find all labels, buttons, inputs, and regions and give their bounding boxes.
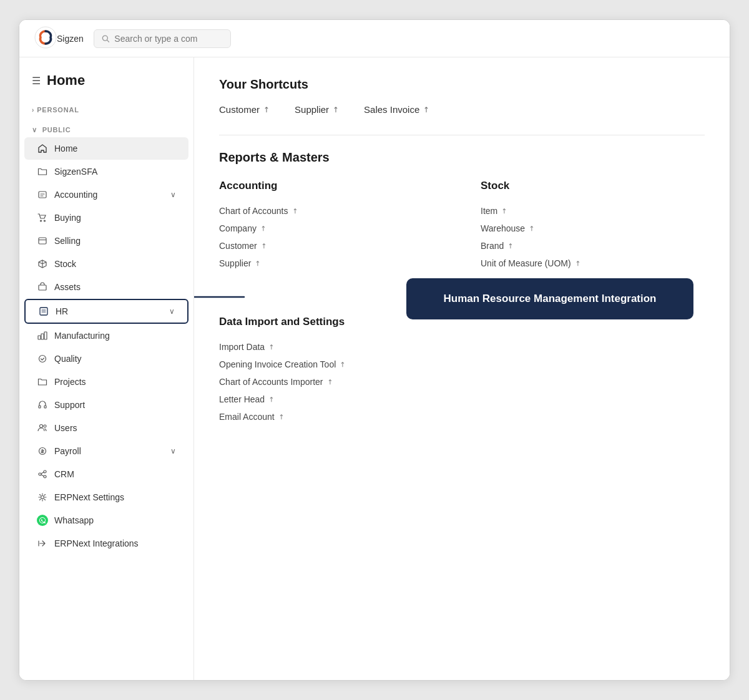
report-link-chart-of-accounts[interactable]: Chart of Accounts ↗ (219, 202, 443, 220)
data-links: Import Data ↗ Opening Invoice Creation T… (219, 338, 705, 425)
link-coa-importer[interactable]: Chart of Accounts Importer ↗ (219, 373, 705, 391)
sidebar-item-label-erpnext-integrations: ERPNext Integrations (54, 538, 176, 548)
svg-point-18 (39, 473, 41, 475)
shortcut-sales-invoice[interactable]: Sales Invoice ↗ (364, 104, 429, 115)
sidebar-item-home[interactable]: Home (24, 137, 188, 160)
sidebar-item-label-hr: HR (56, 306, 163, 316)
sidebar-item-projects[interactable]: Projects (24, 371, 188, 393)
report-link-warehouse[interactable]: Warehouse ↗ (481, 220, 705, 237)
sidebar-item-stock[interactable]: Stock (24, 253, 188, 275)
arrow-icon: ↗ (421, 104, 432, 115)
erpnext-settings-icon (37, 492, 48, 503)
sidebar-item-hr[interactable]: HR ∨ (24, 299, 188, 324)
manufacturing-icon (37, 330, 48, 341)
report-link-company[interactable]: Company ↗ (219, 220, 443, 237)
main-content: Your Shortcuts Customer ↗ Supplier ↗ Sal… (194, 57, 730, 680)
navbar: Sigzen (19, 20, 730, 57)
body-area: ☰ Home › PERSONAL ∨ PUBLIC Home (19, 57, 730, 680)
svg-point-5 (44, 220, 46, 221)
sidebar-item-label-erpnext-settings: ERPNext Settings (54, 492, 176, 502)
svg-rect-11 (44, 332, 47, 339)
accounting-icon (37, 189, 48, 200)
link-import-data[interactable]: Import Data ↗ (219, 338, 705, 356)
hr-tooltip-box: Human Resource Management Integration (406, 278, 693, 319)
shortcuts-section: Your Shortcuts Customer ↗ Supplier ↗ Sal… (219, 77, 705, 115)
hamburger-icon[interactable]: ☰ (32, 75, 41, 87)
sidebar-item-buying[interactable]: Buying (24, 207, 188, 229)
shortcut-customer[interactable]: Customer ↗ (219, 104, 270, 115)
hr-tooltip-wrapper: HR ∨ (19, 299, 193, 324)
report-link-brand[interactable]: Brand ↗ (481, 237, 705, 255)
arrow-icon: ↗ (276, 412, 286, 422)
sidebar-item-erpnext-settings[interactable]: ERPNext Settings (24, 486, 188, 508)
arrow-icon: ↗ (267, 394, 277, 404)
svg-rect-3 (39, 192, 46, 198)
sidebar-item-sigzensfa[interactable]: SigzenSFA (24, 160, 188, 183)
svg-point-16 (44, 425, 46, 427)
svg-point-12 (39, 356, 46, 362)
sidebar-item-label-sigzensfa: SigzenSFA (54, 167, 176, 177)
quality-icon (37, 353, 48, 364)
section-divider (219, 135, 705, 135)
sidebar-item-label-support: Support (54, 400, 176, 410)
sidebar-item-support[interactable]: Support (24, 394, 188, 416)
sidebar-item-crm[interactable]: CRM (24, 463, 188, 485)
arrow-icon: ↗ (499, 206, 509, 216)
sidebar-item-label-selling: Selling (54, 236, 176, 246)
svg-rect-10 (41, 334, 44, 339)
sidebar-item-selling[interactable]: Selling (24, 230, 188, 252)
shortcuts-row: Customer ↗ Supplier ↗ Sales Invoice ↗ (219, 104, 705, 115)
support-icon (37, 399, 48, 411)
sidebar-item-label-assets: Assets (54, 282, 176, 292)
home-icon (37, 143, 48, 154)
chevron-down-icon: ∨ (170, 190, 176, 199)
search-input[interactable] (114, 34, 222, 44)
sidebar-item-label-accounting: Accounting (54, 190, 164, 200)
sidebar-page-title: Home (47, 72, 85, 89)
sidebar-item-payroll[interactable]: Payroll ∨ (24, 440, 188, 462)
svg-point-19 (44, 470, 46, 473)
payroll-icon (37, 445, 48, 457)
report-link-supplier[interactable]: Supplier ↗ (219, 255, 443, 272)
arrow-icon: ↗ (262, 104, 272, 115)
link-opening-invoice[interactable]: Opening Invoice Creation Tool ↗ (219, 356, 705, 373)
reports-section: Reports & Masters Accounting Chart of Ac… (219, 150, 705, 272)
navbar-username: Sigzen (57, 34, 84, 44)
arrow-icon: ↗ (253, 258, 263, 268)
link-letter-head[interactable]: Letter Head ↗ (219, 391, 705, 408)
sidebar-item-label-manufacturing: Manufacturing (54, 331, 176, 341)
report-link-uom[interactable]: Unit of Measure (UOM) ↗ (481, 255, 705, 272)
report-link-customer[interactable]: Customer ↗ (219, 237, 443, 255)
sidebar-header: ☰ Home (19, 67, 193, 101)
shortcuts-title: Your Shortcuts (219, 77, 705, 92)
svg-point-20 (44, 475, 46, 478)
selling-icon (37, 235, 48, 246)
sidebar-item-whatsapp[interactable]: Whatsapp (24, 509, 188, 532)
sidebar-item-assets[interactable]: Assets (24, 276, 188, 298)
shortcut-supplier[interactable]: Supplier ↗ (295, 104, 339, 115)
sidebar-item-erpnext-integrations[interactable]: ERPNext Integrations (24, 532, 188, 555)
search-bar[interactable] (94, 29, 231, 48)
svg-rect-7 (39, 285, 46, 290)
app-logo[interactable] (34, 26, 57, 51)
sidebar-item-label-home: Home (54, 143, 176, 153)
arrow-icon: ↗ (267, 342, 277, 352)
sidebar-item-accounting[interactable]: Accounting ∨ (24, 183, 188, 206)
report-link-item[interactable]: Item ↗ (481, 202, 705, 220)
svg-point-4 (41, 220, 42, 221)
projects-icon (37, 376, 48, 387)
hr-icon (38, 306, 49, 317)
sidebar-item-users[interactable]: Users (24, 417, 188, 439)
personal-section-label[interactable]: › PERSONAL (19, 101, 193, 116)
sidebar-item-quality[interactable]: Quality (24, 348, 188, 370)
svg-line-2 (107, 40, 109, 42)
data-import-section: Data Import and Settings Import Data ↗ O… (219, 316, 705, 425)
erpnext-integrations-icon (37, 538, 48, 549)
link-email-account[interactable]: Email Account ↗ (219, 408, 705, 425)
svg-rect-8 (40, 308, 47, 315)
sidebar-item-label-projects: Projects (54, 377, 176, 387)
svg-point-0 (35, 27, 56, 48)
sidebar-item-manufacturing[interactable]: Manufacturing (24, 324, 188, 347)
svg-rect-6 (39, 238, 46, 244)
arrow-icon: ↗ (258, 241, 268, 251)
